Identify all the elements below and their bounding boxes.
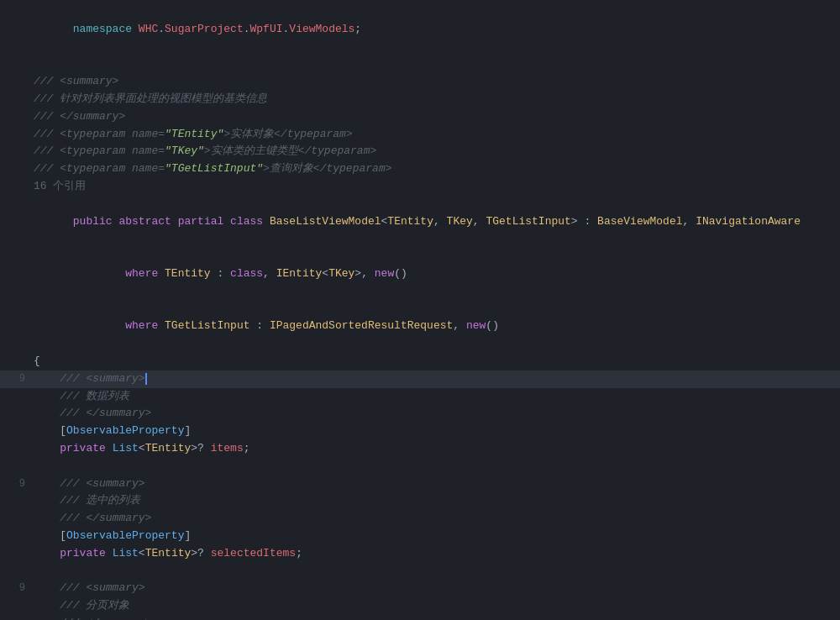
code-line: private List<TEntity>? items;	[0, 440, 840, 458]
code-line: namespace WHC.SugarProject.WpfUI.ViewMod…	[0, 3, 840, 55]
where-clause-line-2: where TGetListInput : IPagedAndSortedRes…	[0, 301, 840, 353]
code-line: [ObservableProperty]	[0, 423, 840, 440]
code-editor[interactable]: namespace WHC.SugarProject.WpfUI.ViewMod…	[0, 0, 840, 620]
brace-line: {	[0, 353, 840, 370]
comment-cursor-line: 9 /// <summary>	[0, 370, 840, 388]
blank-line	[0, 458, 840, 476]
code-line: /// </summary>	[0, 615, 840, 620]
code-line: /// </summary>	[0, 510, 840, 528]
code-line: /// </summary>	[0, 108, 840, 126]
code-line: /// <typeparam name="TGetListInput">查询对象…	[0, 160, 840, 178]
code-line: /// 分页对象	[0, 597, 840, 615]
code-line: /// </summary>	[0, 405, 840, 423]
code-line: /// <summary>	[0, 73, 840, 91]
code-line: /// <typeparam name="TEntity">实体对象</type…	[0, 126, 840, 144]
code-line	[0, 55, 840, 73]
code-line: 9 /// <summary>	[0, 476, 840, 493]
code-line: /// <typeparam name="TKey">实体类的主键类型</typ…	[0, 143, 840, 160]
ref-count-line: 16 个引用	[0, 178, 840, 196]
class-declaration-line: public abstract partial class BaseListVi…	[0, 196, 840, 248]
code-line: /// 针对对列表界面处理的视图模型的基类信息	[0, 91, 840, 108]
code-line: /// 选中的列表	[0, 492, 840, 510]
code-line: private List<TEntity>? selectedItems;	[0, 545, 840, 563]
code-line: /// 数据列表	[0, 388, 840, 406]
code-line: 9 /// <summary>	[0, 580, 840, 597]
code-line: [ObservableProperty]	[0, 528, 840, 545]
where-clause-line: where TEntity : class, IEntity<TKey>, ne…	[0, 248, 840, 300]
blank-line	[0, 563, 840, 581]
